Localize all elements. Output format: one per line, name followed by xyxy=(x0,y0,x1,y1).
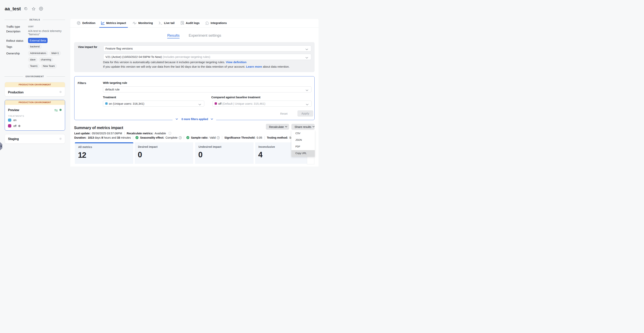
svg-text:?: ? xyxy=(218,137,219,138)
svg-text:?: ? xyxy=(180,137,181,138)
